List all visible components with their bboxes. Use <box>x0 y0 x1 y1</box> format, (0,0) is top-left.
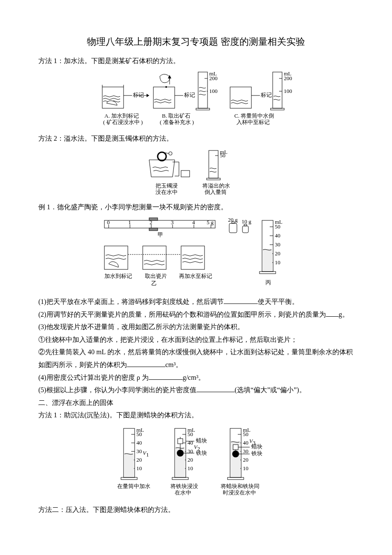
question-5: (5)根据以上步骤，你认为小李同学测出的瓷片密度值(选填“偏大”或“偏小”)。 <box>38 384 354 396</box>
figure-example1: 0 1 2 3 4 5 g 甲 20 g 10 g 加水到标记 <box>38 216 354 293</box>
svg-rect-100 <box>259 272 276 274</box>
svg-text:100: 100 <box>284 88 292 94</box>
svg-rect-50 <box>207 178 220 180</box>
svg-text:50: 50 <box>136 431 142 437</box>
svg-text:1: 1 <box>146 451 149 458</box>
svg-rect-44 <box>181 171 190 177</box>
svg-marker-7 <box>147 94 149 97</box>
svg-text:0: 0 <box>107 219 110 225</box>
svg-rect-75 <box>242 226 248 233</box>
svg-text:30: 30 <box>136 448 142 454</box>
q3-2b-text: 如图丙所示，则瓷片的体积为 <box>38 361 127 368</box>
svg-text:A. 加水到标记: A. 加水到标记 <box>104 113 139 119</box>
svg-text:5 g: 5 g <box>207 219 214 225</box>
svg-text:丙: 丙 <box>265 279 271 286</box>
svg-rect-131 <box>178 439 183 444</box>
svg-text:加水到标记: 加水到标记 <box>104 273 132 279</box>
blank-1[interactable] <box>224 297 258 304</box>
svg-text:倒入量筒: 倒入量筒 <box>205 189 227 195</box>
svg-text:铁块: 铁块 <box>251 450 262 457</box>
svg-text:将铁块浸没: 将铁块浸没 <box>170 483 198 489</box>
question-1: (1)把天平放在水平桌面上，将游码移到零刻度线处，然后调节使天平平衡。 <box>38 296 354 307</box>
question-4: (4)用密度公式计算出瓷片的密度 ρ 为g/cm³。 <box>38 372 354 383</box>
svg-text:取出瓷片: 取出瓷片 <box>145 273 167 279</box>
page-title: 物理八年级上册期末复习专项题 密度的测量相关实验 <box>38 34 354 49</box>
svg-text:把玉镯浸: 把玉镯浸 <box>156 182 178 189</box>
figure-method2-1: mL 50 40 30 20 10 V1 mL 50 40 30 20 10 V… <box>38 424 354 501</box>
blank-2[interactable] <box>326 309 339 317</box>
svg-text:B. 取出矿石: B. 取出矿石 <box>162 113 190 119</box>
svg-text:标记: 标记 <box>184 92 195 98</box>
svg-point-133 <box>177 450 184 457</box>
svg-text:50: 50 <box>275 223 280 230</box>
q4-tail: g/cm³。 <box>183 374 205 381</box>
blank-3[interactable] <box>127 360 165 367</box>
q1-text: (1)把天平放在水平桌面上，将游码移到零刻度线处，然后调节 <box>38 298 224 305</box>
svg-text:蜡块: 蜡块 <box>251 443 262 450</box>
svg-text:没在水中: 没在水中 <box>156 189 178 195</box>
q5-text: (5)根据以上步骤，你认为小李同学测出的瓷片密度值 <box>38 386 196 393</box>
svg-text:200: 200 <box>209 75 218 81</box>
svg-text:10: 10 <box>275 259 280 266</box>
question-3: (3)他发现瓷片放不进量筒，改用如图乙所示的方法测量瓷片的体积。 <box>38 321 354 332</box>
svg-text:将蜡块和铁块同: 将蜡块和铁块同 <box>220 483 259 489</box>
svg-text:在量筒中加水: 在量筒中加水 <box>117 483 150 489</box>
svg-rect-68 <box>149 218 158 220</box>
example1-title: 例 1．德化盛产陶瓷，小李同学想测量一块不规则瓷片的密度。 <box>38 202 354 213</box>
figure-method1: 标记 标记 mL 200 100 标记 mL 200 <box>38 70 354 130</box>
svg-text:乙: 乙 <box>151 280 157 286</box>
svg-text:10: 10 <box>136 465 142 471</box>
section2-title: 二、漂浮在水面上的固体 <box>38 397 354 408</box>
svg-text:100: 100 <box>209 88 218 94</box>
svg-text:C. 将量筒中水倒: C. 将量筒中水倒 <box>234 113 274 119</box>
svg-text:10: 10 <box>187 465 193 471</box>
svg-text:标记: 标记 <box>260 92 272 98</box>
svg-rect-158 <box>228 477 244 480</box>
svg-text:200: 200 <box>284 75 292 81</box>
svg-text:甲: 甲 <box>158 231 163 238</box>
svg-rect-69 <box>149 228 158 231</box>
svg-rect-99 <box>263 249 272 271</box>
svg-text:再加水至标记: 再加水至标记 <box>179 273 212 279</box>
svg-text:( 准备补充水 ): ( 准备补充水 ) <box>160 119 194 125</box>
svg-text:1: 1 <box>128 219 131 225</box>
svg-text:( 矿石浸没水中 ): ( 矿石浸没水中 ) <box>103 119 143 125</box>
svg-text:20: 20 <box>187 457 193 463</box>
svg-text:蜡块: 蜡块 <box>196 437 207 444</box>
svg-text:在水中: 在水中 <box>175 489 191 496</box>
svg-text:时浸没在水中: 时浸没在水中 <box>223 489 256 496</box>
q2-tail: g。 <box>339 311 349 318</box>
svg-rect-21 <box>199 87 207 107</box>
q1-tail: 使天平平衡。 <box>258 298 299 305</box>
svg-rect-49 <box>210 168 217 177</box>
method2-title: 方法 2：溢水法。下图是测玉镯体积的方法。 <box>38 133 354 144</box>
svg-point-42 <box>169 152 172 155</box>
q3-2-tail: cm³。 <box>165 361 182 368</box>
q2-text: (2)用调节好的天平测量瓷片的质量，所用砝码的个数和游码的位置如图甲所示，则瓷片… <box>38 311 326 318</box>
svg-text:入杯中至标记: 入杯中至标记 <box>236 119 270 125</box>
svg-text:3: 3 <box>171 219 174 225</box>
svg-rect-34 <box>271 108 284 110</box>
svg-rect-155 <box>233 445 238 450</box>
blank-5[interactable] <box>196 385 235 392</box>
svg-rect-114 <box>124 453 134 477</box>
svg-text:40: 40 <box>243 439 248 446</box>
svg-text:40: 40 <box>187 439 193 446</box>
svg-text:将溢出的水: 将溢出的水 <box>202 182 230 189</box>
svg-text:30: 30 <box>275 241 280 248</box>
q4-text: (4)用密度公式计算出瓷片的密度 ρ 为 <box>38 374 149 381</box>
svg-point-41 <box>158 152 166 161</box>
svg-text:30: 30 <box>243 448 248 454</box>
svg-rect-79 <box>143 246 166 269</box>
svg-rect-22 <box>196 108 210 110</box>
svg-text:4: 4 <box>192 219 195 225</box>
svg-text:20: 20 <box>275 250 280 257</box>
svg-rect-81 <box>181 246 205 269</box>
svg-text:40: 40 <box>275 232 280 239</box>
method1-title: 方法 1：加水法。下图是测某矿石体积的方法。 <box>38 55 354 66</box>
blank-4[interactable] <box>149 373 183 380</box>
svg-text:铁块: 铁块 <box>196 450 207 456</box>
question-2: (2)用调节好的天平测量瓷片的质量，所用砝码的个数和游码的位置如图甲所示，则瓷片… <box>38 309 354 320</box>
svg-text:10: 10 <box>243 465 248 471</box>
svg-text:20: 20 <box>243 457 248 463</box>
